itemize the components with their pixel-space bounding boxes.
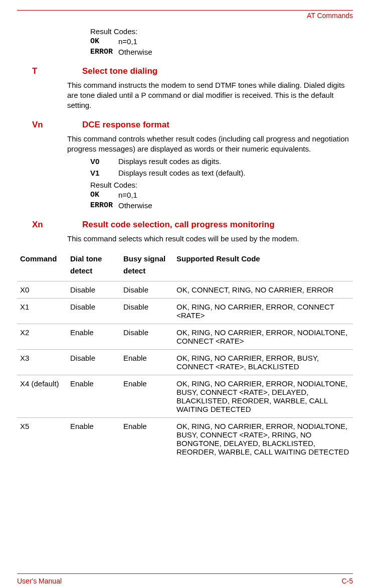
title-xn: Result code selection, call progress mon… [82,220,275,230]
table-row: X3 Disable Enable OK, RING, NO CARRIER, … [17,350,353,375]
result-codes-label: Result Codes: [90,27,353,37]
cmd-t: T [32,66,82,76]
result-codes-vn: Result Codes: OK n=0,1 ERROR Otherwise [90,180,353,211]
cond-ok: n=0,1 [118,37,137,47]
table-row: X2 Enable Disable OK, RING, NO CARRIER, … [17,324,353,350]
param-v0-text: Displays result codes as digits. [118,157,221,166]
cell-dt: Enable [67,418,120,461]
cell-dt: Enable [67,375,120,418]
result-code-ok: OK n=0,1 [90,37,353,47]
cell-src: OK, RING, NO CARRIER, ERROR, NODIALTONE,… [173,375,353,418]
cell-bs: Enable [120,418,173,461]
cell-dt: Disable [67,281,120,299]
header-breadcrumb: AT Commands [307,12,353,20]
section-xn: Xn Result code selection, call progress … [17,220,353,460]
param-v1-text: Displays result codes as text (default). [118,169,245,177]
th-supported: Supported Result Code [173,249,353,281]
th-busy: Busy signal detect [120,249,173,281]
cmd-xn: Xn [32,220,82,230]
desc-vn: This command controls whether result cod… [67,134,353,155]
cond-vn-ok: n=0,1 [118,190,137,200]
table-row: X5 Enable Enable OK, RING, NO CARRIER, E… [17,418,353,461]
xn-header-row: Command Dial tone detect Busy signal det… [17,249,353,281]
title-t: Select tone dialing [82,66,157,76]
cell-bs: Enable [120,375,173,418]
result-code-error: ERROR Otherwise [90,47,353,57]
cond-vn-error: Otherwise [118,201,152,211]
footer-right: C-5 [341,577,353,585]
cell-src: OK, RING, NO CARRIER, ERROR, BUSY, CONNE… [173,350,353,375]
table-row: X4 (default) Enable Enable OK, RING, NO … [17,375,353,418]
desc-xn: This command selects which result codes … [67,234,353,244]
cell-src: OK, CONNECT, RING, NO CARRIER, ERROR [173,281,353,299]
footer-left: User's Manual [17,577,62,585]
code-error: ERROR [90,47,118,57]
code-vn-ok: OK [90,190,118,200]
cell-cmd: X2 [17,324,67,350]
footer-bar: User's Manual C-5 [17,573,353,585]
heading-t: T Select tone dialing [17,66,353,76]
cell-dt: Disable [67,299,120,324]
cmd-vn: Vn [32,120,82,130]
header-bar: AT Commands [17,10,353,20]
code-vn-error: ERROR [90,201,118,211]
cell-cmd: X4 (default) [17,375,67,418]
cell-cmd: X0 [17,281,67,299]
th-command: Command [17,249,67,281]
table-row: X0 Disable Disable OK, CONNECT, RING, NO… [17,281,353,299]
cell-dt: Enable [67,324,120,350]
cell-bs: Disable [120,299,173,324]
result-codes-vn-label: Result Codes: [90,180,353,190]
page: AT Commands Result Codes: OK n=0,1 ERROR… [0,10,370,588]
result-code-vn-error: ERROR Otherwise [90,201,353,211]
param-v1: V1 Displays result codes as text (defaul… [90,169,353,177]
desc-t: This command instructs the modem to send… [67,80,353,111]
section-t: T Select tone dialing This command instr… [17,66,353,111]
cell-cmd: X3 [17,350,67,375]
cell-src: OK, RING, NO CARRIER, ERROR, NODIALTONE,… [173,418,353,461]
title-vn: DCE response format [82,120,169,130]
cell-src: OK, RING, NO CARRIER, ERROR, CONNECT <RA… [173,299,353,324]
code-ok: OK [90,37,118,47]
result-code-vn-ok: OK n=0,1 [90,190,353,200]
param-v0: V0 Displays result codes as digits. [90,157,353,166]
heading-vn: Vn DCE response format [17,120,353,130]
cond-error: Otherwise [118,47,152,57]
heading-xn: Xn Result code selection, call progress … [17,220,353,230]
cell-dt: Disable [67,350,120,375]
cell-bs: Disable [120,324,173,350]
cell-bs: Disable [120,281,173,299]
param-v1-key: V1 [90,169,118,177]
cell-cmd: X1 [17,299,67,324]
param-v0-key: V0 [90,157,118,166]
cell-cmd: X5 [17,418,67,461]
section-vn: Vn DCE response format This command cont… [17,120,353,211]
cell-bs: Enable [120,350,173,375]
xn-table: Command Dial tone detect Busy signal det… [17,249,353,460]
th-dialtone: Dial tone detect [67,249,120,281]
table-row: X1 Disable Disable OK, RING, NO CARRIER,… [17,299,353,324]
result-codes-top: Result Codes: OK n=0,1 ERROR Otherwise [90,27,353,57]
cell-src: OK, RING, NO CARRIER, ERROR, NODIALTONE,… [173,324,353,350]
